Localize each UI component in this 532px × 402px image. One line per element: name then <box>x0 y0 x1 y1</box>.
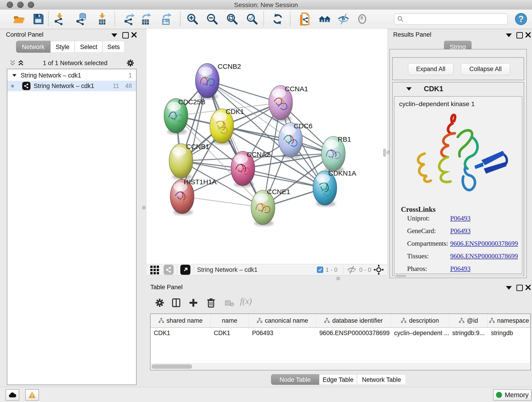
home-icon[interactable] <box>318 13 331 26</box>
help-icon[interactable]: ? <box>515 13 527 26</box>
tab-node-table[interactable]: Node Table <box>271 374 319 385</box>
crosslink-value-link[interactable]: P06493 <box>450 215 471 222</box>
save-session-icon[interactable] <box>32 13 45 26</box>
tab-network-table[interactable]: Network Table <box>357 374 406 385</box>
tree-expand-icon[interactable] <box>13 74 17 77</box>
create-column-icon[interactable] <box>189 298 198 307</box>
tab-network[interactable]: Network <box>16 41 51 53</box>
show-all-eye-icon[interactable] <box>356 13 369 26</box>
results-hscroll-track[interactable] <box>394 274 522 277</box>
tab-select[interactable]: Select <box>75 41 103 53</box>
delete-column-trash-icon[interactable] <box>206 298 216 308</box>
results-hscroll-thumb[interactable] <box>395 275 406 277</box>
network-options-gear-icon[interactable] <box>126 59 135 67</box>
bottom-splitter-handle[interactable] <box>336 277 340 280</box>
table-body: CDK1CDK1P064939606.ENSP00000378699cyclin… <box>151 328 530 338</box>
crosslink-value-link[interactable]: 9606.ENSP00000378699 <box>450 240 518 247</box>
table-cell: cyclin–dependent ... <box>391 330 449 337</box>
export-table-icon[interactable] <box>139 13 152 26</box>
edge-CDK1-RB1[interactable] <box>222 126 333 153</box>
network-collection-row[interactable]: String Network – cdk1 1 <box>7 70 136 81</box>
crosshair-icon[interactable] <box>374 264 384 275</box>
column-header-database-identifier[interactable]: database identifier <box>316 314 391 327</box>
collapse-all-button[interactable]: Collapse All <box>461 63 510 75</box>
warning-button[interactable] <box>25 389 39 401</box>
collapse-all-networks-icon[interactable] <box>9 60 16 66</box>
search-field[interactable] <box>394 13 508 25</box>
control-panel-tabs: NetworkStyleSelectSets <box>16 41 125 53</box>
results-panel-float-icon[interactable] <box>516 32 523 38</box>
cdk1-collapse-icon[interactable] <box>406 87 412 90</box>
column-header-description[interactable]: description <box>391 314 449 327</box>
table-panel-close-icon[interactable] <box>525 284 531 290</box>
node-CCNE1[interactable] <box>251 190 275 226</box>
crosslink-value-link[interactable]: 9606.ENSP00000378699 <box>450 252 518 260</box>
open-session-icon[interactable] <box>12 13 25 26</box>
tab-edge-table[interactable]: Edge Table <box>319 374 357 385</box>
node-CCNB2[interactable] <box>196 64 219 99</box>
detach-view-icon[interactable] <box>180 265 190 275</box>
first-neighbors-document-icon[interactable] <box>298 13 311 26</box>
column-header-namespace[interactable]: namespace <box>488 314 530 327</box>
network-row[interactable]: String Network – cdk1 11 48 <box>7 81 136 91</box>
column-source-icon <box>489 318 495 324</box>
table-settings-gear-icon[interactable] <box>155 298 165 307</box>
control-panel-close-icon[interactable] <box>131 32 137 38</box>
zoom-selected-icon[interactable] <box>246 13 259 26</box>
zoom-in-icon[interactable] <box>186 13 199 26</box>
expand-all-button[interactable]: Expand All <box>408 63 453 75</box>
table-hscroll-thumb[interactable] <box>152 364 192 369</box>
refresh-icon[interactable] <box>271 13 284 26</box>
left-splitter-handle[interactable] <box>142 206 146 210</box>
tab-style[interactable]: Style <box>51 41 75 53</box>
results-panel-menu-icon[interactable] <box>506 33 512 37</box>
column-header-shared-name[interactable]: shared name <box>151 314 210 327</box>
node-label-CCNB2: CCNB2 <box>218 63 241 70</box>
table-panel-menu-icon[interactable] <box>506 286 512 290</box>
hide-selected-eye-slash-icon[interactable] <box>337 13 350 26</box>
expand-all-networks-icon[interactable] <box>17 60 24 66</box>
zoom-fit-icon[interactable] <box>226 13 239 26</box>
warning-icon <box>28 391 36 399</box>
crosslink-label: Pharos: <box>407 265 450 273</box>
network-selection-status: 1 of 1 Network selected <box>24 60 126 67</box>
memory-status-dot <box>496 392 502 398</box>
table-panel-float-icon[interactable] <box>516 285 523 291</box>
zoom-out-icon[interactable] <box>206 13 219 26</box>
memory-button[interactable]: Memory <box>493 389 532 401</box>
show-columns-icon[interactable] <box>171 298 181 307</box>
node-label-RB1: RB1 <box>338 135 351 143</box>
hidden-eye-icon[interactable] <box>346 265 357 274</box>
svg-text:?: ? <box>518 14 524 24</box>
table-cell: stringdb:9... <box>449 330 488 337</box>
column-header-name[interactable]: name <box>210 314 249 327</box>
control-panel-float-icon[interactable] <box>122 32 129 38</box>
edge-CCNE1-HIST1H1A[interactable] <box>182 196 263 207</box>
column-header--id[interactable]: @id <box>449 314 488 327</box>
results-panel-close-icon[interactable] <box>525 32 531 38</box>
cloud-button[interactable] <box>6 389 19 401</box>
search-input[interactable] <box>405 15 507 23</box>
table-row[interactable]: CDK1CDK1P064939606.ENSP00000378699cyclin… <box>151 328 530 338</box>
network-overview-icon[interactable] <box>164 265 174 275</box>
node-label-HIST1H1A: HIST1H1A <box>184 178 216 186</box>
column-header-canonical-name[interactable]: canonical name <box>249 314 316 327</box>
table-hscroll-track[interactable] <box>151 363 530 370</box>
edge-CCNB2-CCNE1[interactable] <box>207 81 263 207</box>
import-network-file-icon[interactable] <box>53 13 66 26</box>
selected-checkbox[interactable] <box>317 267 323 273</box>
network-vertical-scrollbar-thumb[interactable] <box>383 148 386 157</box>
crosslink-value-link[interactable]: P06493 <box>450 227 471 235</box>
control-panel-menu-icon[interactable] <box>111 33 117 37</box>
export-image-icon[interactable] <box>160 13 172 26</box>
network-canvas[interactable]: CCNB2CCNA1CDC25BCDK1CDC6RB1CCNB1CCNA2CDK… <box>147 29 387 264</box>
tab-sets[interactable]: Sets <box>103 41 125 53</box>
column-source-icon <box>324 318 330 324</box>
crosslink-value-link[interactable]: P06493 <box>450 265 471 272</box>
import-network-database-icon[interactable] <box>75 13 88 26</box>
table-toolbar: f(x) <box>148 293 532 313</box>
grid-icon[interactable] <box>150 265 160 275</box>
import-table-icon[interactable] <box>96 13 109 26</box>
export-network-icon[interactable] <box>123 13 136 26</box>
table-cell: CDK1 <box>151 330 210 337</box>
